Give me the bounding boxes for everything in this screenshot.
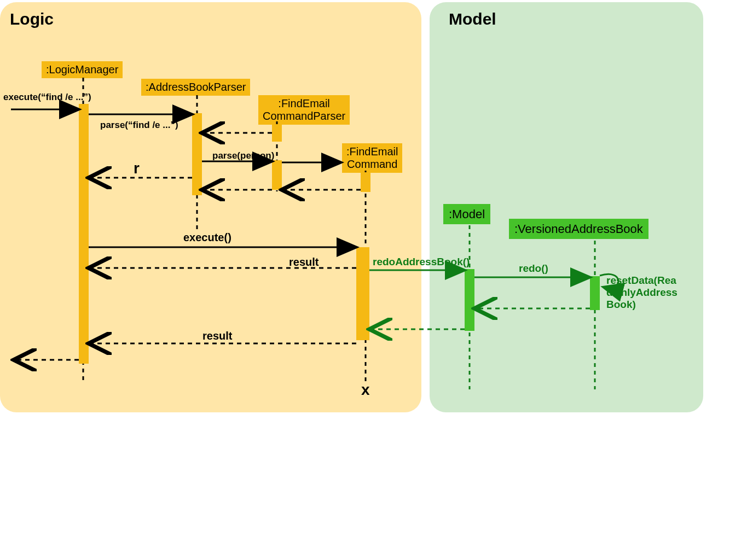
title-model: Model [449, 10, 496, 28]
msg-parse-person: parse(person) [212, 150, 274, 161]
title-logic: Logic [10, 10, 54, 28]
msg-result1: result [289, 256, 319, 269]
msg-resetdata: resetData(Rea dOnlyAddress Book) [606, 275, 677, 311]
msg-result2: result [202, 330, 232, 342]
msg-parse-find: parse(“find /e ...”) [100, 120, 178, 131]
destroy-x: x [361, 381, 370, 399]
msg-execute-find: execute(“find /e ...”) [3, 92, 91, 103]
obj-model: :Model [443, 204, 490, 224]
msg-r: r [134, 160, 140, 177]
msg-execute: execute() [183, 231, 231, 244]
obj-logic-manager: :LogicManager [42, 61, 123, 78]
msg-redo: redo() [519, 262, 548, 275]
obj-findemail-commandparser: :FindEmail CommandParser [258, 95, 350, 125]
obj-addressbookparser: :AddressBookParser [141, 79, 250, 96]
sequence-diagram: Logic Model :LogicManager :AddressBookPa… [0, 0, 747, 560]
msg-redo-addressbook: redoAddressBook() [373, 256, 470, 268]
obj-findemail-command: :FindEmail Command [342, 143, 402, 173]
obj-versioned-addressbook: :VersionedAddressBook [509, 219, 648, 239]
